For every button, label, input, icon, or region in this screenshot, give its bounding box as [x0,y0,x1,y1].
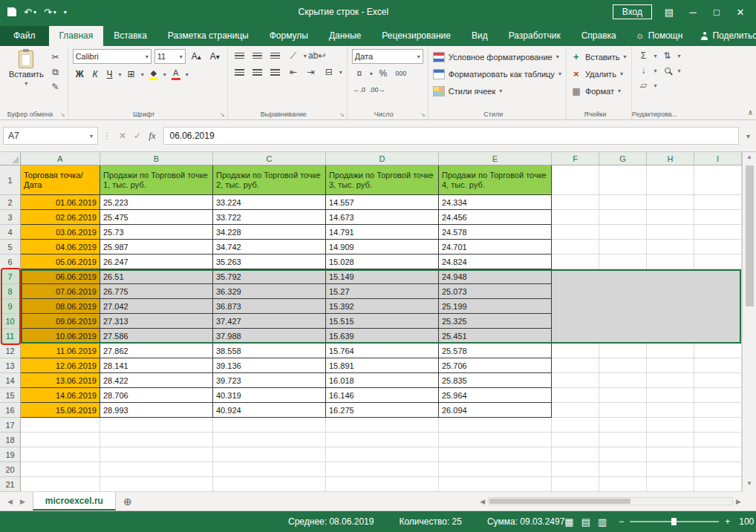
cell-I13[interactable] [694,358,742,373]
cell-E6[interactable]: 24.824 [439,254,552,269]
tab-file[interactable]: Файл [0,26,49,46]
alignment-dialog-launcher-icon[interactable]: ↘ [339,111,345,118]
scroll-up-icon[interactable]: ▲ [746,154,752,164]
cell-G8[interactable] [599,284,647,299]
tab-developer[interactable]: Разработчик [498,26,571,46]
cell-C16[interactable]: 40.924 [213,403,326,418]
select-all-button[interactable] [0,152,21,165]
cell-D3[interactable]: 14.673 [326,210,439,225]
find-select-icon[interactable] [660,64,675,77]
customize-qat-icon[interactable]: ▾ [64,9,67,16]
cell-F16[interactable] [552,403,599,418]
cell-F12[interactable] [552,344,599,358]
cell-A19[interactable] [21,447,100,462]
ribbon-display-options-icon[interactable]: ▤ [662,7,676,18]
column-header-F[interactable]: F [552,152,599,165]
name-box[interactable]: A7 ▾ [3,127,98,145]
cell-A3[interactable]: 02.06.2019 [21,210,100,225]
cell-B1[interactable]: Продажи по Торговой точке 1, тыс. руб. [100,165,213,195]
cell-G2[interactable] [599,195,647,210]
number-format-combobox[interactable]: Дата▾ [352,49,423,64]
cell-I15[interactable] [694,388,742,403]
cell-D20[interactable] [326,462,439,477]
cell-H20[interactable] [647,462,694,477]
cell-G21[interactable] [599,477,647,492]
cell-E13[interactable]: 25.706 [439,358,552,373]
cell-G15[interactable] [599,388,647,403]
cell-A9[interactable]: 08.06.2019 [21,299,100,314]
number-dialog-launcher-icon[interactable]: ↘ [420,111,426,118]
row-header-18[interactable]: 18 [0,433,21,447]
zoom-out-icon[interactable]: − [619,516,624,527]
confirm-entry-icon[interactable]: ✓ [134,131,141,141]
row-header-19[interactable]: 19 [0,447,21,462]
increase-font-icon[interactable]: А▴ [189,49,204,64]
cell-C21[interactable] [213,477,326,492]
row-header-10[interactable]: 10 [0,314,21,329]
column-header-D[interactable]: D [326,152,439,165]
align-middle-icon[interactable] [250,49,265,62]
cell-G18[interactable] [599,433,647,447]
cell-F18[interactable] [552,433,599,447]
cell-I7[interactable] [694,269,742,284]
cell-F5[interactable] [552,240,599,254]
cell-D1[interactable]: Продажи по Торговой точке 3, тыс. руб. [326,165,439,195]
decrease-decimal-icon[interactable]: .00→ [370,83,385,96]
column-header-C[interactable]: C [213,152,326,165]
format-painter-icon[interactable]: ✎ [48,80,63,93]
cell-E11[interactable]: 25.451 [439,329,552,344]
tab-formulas[interactable]: Формулы [259,26,319,46]
cell-I9[interactable] [694,299,742,314]
cell-E1[interactable]: Продажи по Торговой точке 4, тыс. руб. [439,165,552,195]
cell-H19[interactable] [647,447,694,462]
cell-C20[interactable] [213,462,326,477]
cell-E8[interactable]: 25.073 [439,284,552,299]
scroll-down-icon[interactable]: ▼ [746,480,752,490]
cell-B11[interactable]: 27.586 [100,329,213,344]
cell-A11[interactable]: 10.06.2019 [21,329,100,344]
cell-B14[interactable]: 28.422 [100,373,213,388]
cell-G5[interactable] [599,240,647,254]
redo-icon[interactable]: ↷▾ [44,7,56,18]
cell-D19[interactable] [326,447,439,462]
cell-C18[interactable] [213,433,326,447]
cell-I10[interactable] [694,314,742,329]
cell-I20[interactable] [694,462,742,477]
cell-G13[interactable] [599,358,647,373]
column-header-B[interactable]: B [100,152,213,165]
autosum-icon[interactable]: Σ [636,49,651,62]
close-button[interactable]: ✕ [734,7,747,18]
copy-icon[interactable]: ⧉ [48,65,63,79]
cell-A20[interactable] [21,462,100,477]
signin-button[interactable]: Вход [613,4,652,19]
cell-D17[interactable] [326,418,439,433]
cell-H8[interactable] [647,284,694,299]
cell-A5[interactable]: 04.06.2019 [21,240,100,254]
row-header-4[interactable]: 4 [0,225,21,240]
cell-F11[interactable] [552,329,599,344]
cell-E9[interactable]: 25.199 [439,299,552,314]
cell-A16[interactable]: 15.06.2019 [21,403,100,418]
cell-I8[interactable] [694,284,742,299]
conditional-formatting-button[interactable]: Условное форматирование ▾ [433,49,561,65]
cell-A7[interactable]: 06.06.2019 [21,269,100,284]
cell-H1[interactable] [647,165,694,195]
cell-H16[interactable] [647,403,694,418]
cell-E21[interactable] [439,477,552,492]
cell-E5[interactable]: 24.701 [439,240,552,254]
cell-D14[interactable]: 16.018 [326,373,439,388]
bold-button[interactable]: Ж [73,67,87,82]
cell-D12[interactable]: 15.764 [326,344,439,358]
cell-I4[interactable] [694,225,742,240]
delete-cells-button[interactable]: × Удалить ▾ [571,66,627,82]
format-as-table-button[interactable]: Форматировать как таблицу ▾ [433,66,561,82]
cell-A13[interactable]: 12.06.2019 [21,358,100,373]
cell-F3[interactable] [552,210,599,225]
cell-B9[interactable]: 27.042 [100,299,213,314]
cell-G4[interactable] [599,225,647,240]
row-header-12[interactable]: 12 [0,344,21,358]
cell-A10[interactable]: 09.06.2019 [21,314,100,329]
cell-H13[interactable] [647,358,694,373]
formula-input[interactable]: 06.06.2019 [163,127,739,145]
cell-I5[interactable] [694,240,742,254]
